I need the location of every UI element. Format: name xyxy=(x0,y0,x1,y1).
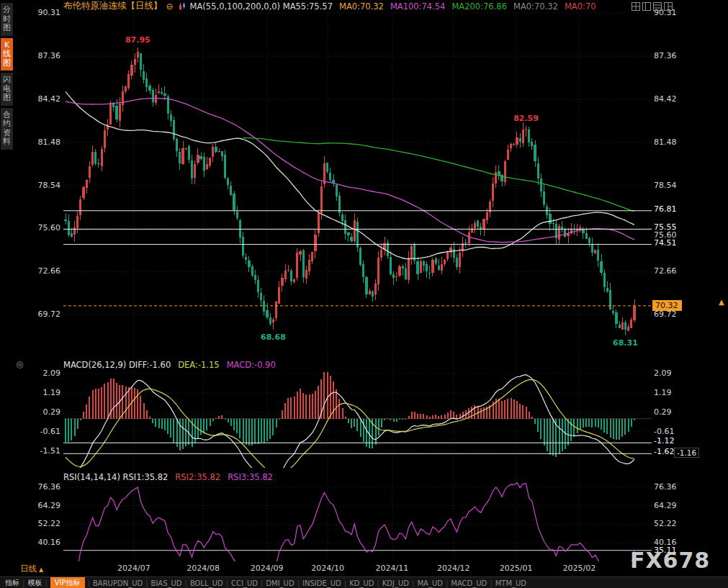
macd-main-label: MACD(26,12,9) DIFF:-1.60 xyxy=(63,360,171,370)
toolbar-separator: | xyxy=(185,579,187,587)
topbar: 布伦特原油连续【日线】 ⊖ MA(55,0,100,200,0,0) MA55:… xyxy=(0,0,728,12)
period-tab-label: 日线 xyxy=(20,564,37,574)
toolbar-separator: | xyxy=(226,579,228,587)
macd-value-label: MACD:-0.90 xyxy=(227,360,276,370)
macd-current-value-tag: -1.16 xyxy=(674,448,699,458)
toolbar-item-bias_ud[interactable]: BIAS_UD xyxy=(151,579,182,587)
toolbar-separator: | xyxy=(412,579,414,587)
rsi3-label: RSI3:35.82 xyxy=(228,472,273,482)
rsi-indicator-label: RSI(14,14,14) RSI1:35.82RSI2:35.82RSI3:3… xyxy=(63,472,280,482)
toolbar-item-ma_ud[interactable]: MA_UD xyxy=(417,579,443,587)
toolbar-separator: | xyxy=(261,579,263,587)
ma-legend-item: MA0:70.32 xyxy=(339,1,384,12)
compare-icon[interactable]: ⊖ xyxy=(166,1,174,12)
scroll-to-latest-icon[interactable]: ▲ xyxy=(719,298,724,306)
ma-legend-item: MA0:70 xyxy=(565,1,596,12)
svg-text:68.68: 68.68 xyxy=(261,333,286,342)
toolbar-item-模板[interactable]: 模板 xyxy=(27,578,42,588)
toolbar-item-macd_ud[interactable]: MACD_UD xyxy=(451,579,487,587)
period-tab[interactable]: 日线▲ xyxy=(20,564,43,574)
sidebar-item-flash-chart[interactable]: 闪电图 xyxy=(1,73,13,106)
toolbar-separator: | xyxy=(377,579,379,587)
macd-dea-label: DEA:-1.15 xyxy=(178,360,219,370)
toolbar-item-指标[interactable]: 指标 xyxy=(5,578,19,588)
toolbar-separator: | xyxy=(446,579,448,587)
instrument-title: 布伦特原油连续【日线】 xyxy=(63,0,163,12)
window-layout-buttons xyxy=(632,2,673,11)
watermark: FX678 xyxy=(630,548,710,573)
layout-rows-icon[interactable] xyxy=(653,2,662,11)
ma-legend-item: MA(55,0,100,200,0,0) MA55:75.57 xyxy=(190,1,333,12)
ma-legend-item: MA0:70.32 xyxy=(513,1,558,12)
sidebar: 分时图K线图闪电图合约资料 xyxy=(0,3,14,152)
toolbar-separator: | xyxy=(45,579,47,587)
sidebar-item-time-chart[interactable]: 分时图 xyxy=(1,3,13,36)
rsi1-label: RSI(14,14,14) RSI1:35.82 xyxy=(63,472,168,482)
toolbar-separator: | xyxy=(297,579,300,587)
toolbar-separator: | xyxy=(22,579,24,587)
sidebar-item-kline-chart[interactable]: K线图 xyxy=(1,38,13,71)
toolbar-item-barupdn_ud[interactable]: BARUPDN_UD xyxy=(93,579,143,587)
toolbar-item-cci_ud[interactable]: CCI_UD xyxy=(231,579,258,587)
chevron-up-icon: ▲ xyxy=(39,566,43,573)
sidebar-item-contract-info[interactable]: 合约资料 xyxy=(1,108,13,150)
ma-legend-item: MA200:76.86 xyxy=(451,1,507,12)
macd-indicator-label: MACD(26,12,9) DIFF:-1.60DEA:-1.15MACD:-0… xyxy=(63,360,283,370)
toolbar-item-dmi_ud[interactable]: DMI_UD xyxy=(266,579,294,587)
layout-mixed-icon[interactable] xyxy=(664,2,673,11)
toolbar-separator: | xyxy=(344,579,346,587)
toolbar-separator: | xyxy=(145,579,148,587)
ma-legend: MA(55,0,100,200,0,0) MA55:75.57MA0:70.32… xyxy=(190,1,603,12)
toolbar-item-mtm_ud[interactable]: MTM_UD xyxy=(495,579,526,587)
layout-quad-icon[interactable] xyxy=(632,2,640,11)
toolbar-item-kd_ud[interactable]: KD_UD xyxy=(349,579,374,587)
svg-text:87.95: 87.95 xyxy=(125,35,150,45)
last-price-tag: 70.32 xyxy=(652,300,682,311)
toolbar-item-boll_ud[interactable]: BOLL_UD xyxy=(190,579,223,587)
toolbar-item-kdj_ud[interactable]: KDJ_UD xyxy=(382,579,409,587)
toolbar-separator: | xyxy=(490,579,492,587)
chart-canvas[interactable]: 87.9582.5968.6868.31 xyxy=(0,0,728,588)
rsi2-label: RSI2:35.82 xyxy=(175,472,220,482)
macd-settings-icon[interactable]: ◎ xyxy=(16,359,23,369)
indicator-toolbar: 指标|模板|VIP指标|BARUPDN_UD|BIAS_UD|BOLL_UD|C… xyxy=(0,576,728,588)
svg-text:82.59: 82.59 xyxy=(513,114,539,123)
app-window: 87.9582.5968.6868.31 90.3187.3684.4281.4… xyxy=(0,0,728,588)
kline-style-icon[interactable] xyxy=(178,2,187,11)
svg-text:68.31: 68.31 xyxy=(613,338,638,348)
ma-legend-item: MA100:74.54 xyxy=(390,1,446,12)
toolbar-item-vip指标[interactable]: VIP指标 xyxy=(50,577,85,588)
toolbar-separator: | xyxy=(88,579,90,587)
layout-split-icon[interactable] xyxy=(642,2,651,11)
toolbar-item-inside_ud[interactable]: INSIDE_UD xyxy=(302,579,341,587)
